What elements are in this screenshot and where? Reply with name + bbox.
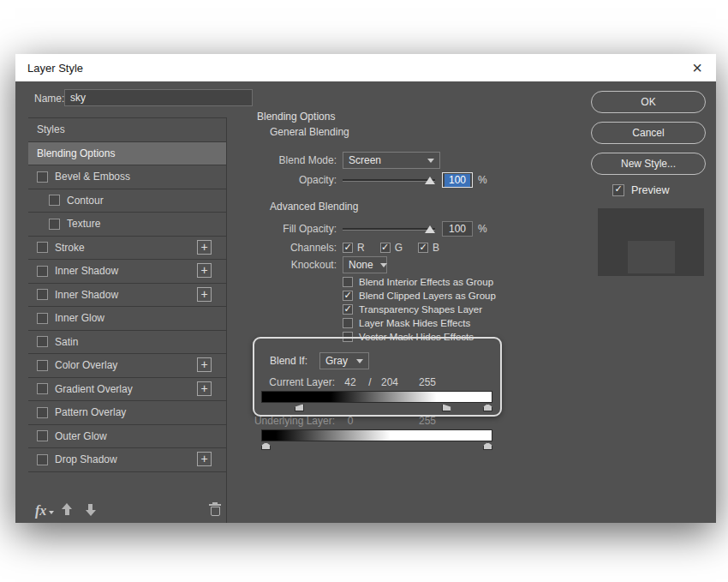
option-checkbox[interactable] — [343, 291, 353, 301]
current-layer-gradient-bar[interactable] — [261, 391, 492, 403]
blend-if-select[interactable]: Gray — [319, 352, 369, 369]
sidebar-item-contour[interactable]: Contour — [28, 189, 226, 213]
effect-checkbox[interactable] — [37, 454, 48, 465]
channel-checkbox[interactable] — [343, 243, 353, 253]
sidebar-item-inner-shadow[interactable]: Inner Shadow+ — [28, 260, 226, 284]
layer-name-input[interactable] — [64, 89, 253, 106]
add-effect-icon[interactable]: + — [197, 452, 212, 466]
effect-checkbox[interactable] — [49, 195, 60, 206]
current-layer-handles — [261, 403, 492, 412]
blend-if-handle[interactable] — [483, 442, 492, 450]
sidebar-item-inner-shadow[interactable]: Inner Shadow+ — [28, 284, 226, 308]
blend-mode-select[interactable]: Screen — [343, 152, 440, 169]
fill-opacity-label: Fill Opacity: — [257, 223, 337, 235]
add-effect-icon[interactable]: + — [197, 287, 212, 302]
sidebar-item-pattern-overlay[interactable]: Pattern Overlay — [28, 401, 226, 425]
channel-g[interactable]: G — [380, 242, 403, 254]
channels-group: RGB — [343, 242, 439, 254]
preview-toggle[interactable]: Preview — [612, 184, 669, 196]
blend-if-handle[interactable] — [261, 442, 271, 450]
add-effect-icon[interactable]: + — [197, 263, 212, 278]
effect-checkbox[interactable] — [49, 219, 60, 230]
knockout-select[interactable]: None — [343, 256, 387, 273]
channel-b[interactable]: B — [418, 242, 439, 254]
add-effect-icon[interactable]: + — [197, 381, 212, 396]
option-vector-mask-hides-effects[interactable]: Vector Mask Hides Effects — [343, 330, 582, 344]
dialog-titlebar[interactable]: Layer Style × — [15, 54, 716, 81]
close-icon[interactable]: × — [690, 59, 704, 76]
sidebar-item-inner-glow[interactable]: Inner Glow — [28, 307, 226, 331]
opacity-slider[interactable] — [343, 171, 435, 189]
option-label: Transparency Shapes Layer — [359, 304, 482, 315]
option-checkbox[interactable] — [343, 332, 353, 342]
add-effect-icon[interactable]: + — [197, 357, 212, 372]
effect-checkbox[interactable] — [37, 430, 48, 441]
add-effect-icon[interactable]: + — [197, 240, 212, 255]
sidebar-item-gradient-overlay[interactable]: Gradient Overlay+ — [28, 378, 226, 402]
opacity-value: 100 — [445, 174, 470, 187]
preview-checkbox[interactable] — [612, 184, 624, 196]
option-checkbox[interactable] — [343, 304, 353, 315]
effect-checkbox[interactable] — [37, 336, 48, 347]
slider-handle-icon[interactable] — [425, 225, 435, 233]
sidebar-item-drop-shadow[interactable]: Drop Shadow+ — [28, 448, 226, 472]
sidebar-item-outer-glow[interactable]: Outer Glow — [28, 425, 226, 449]
option-label: Blend Interior Effects as Group — [359, 277, 493, 287]
advanced-options: Blend Interior Effects as GroupBlend Cli… — [343, 275, 582, 344]
blend-if-handle[interactable] — [483, 404, 492, 411]
effect-checkbox[interactable] — [37, 171, 48, 183]
sidebar-item-color-overlay[interactable]: Color Overlay+ — [28, 354, 226, 378]
channel-r[interactable]: R — [343, 242, 365, 254]
sidebar-item-label: Contour — [67, 195, 104, 207]
channel-checkbox[interactable] — [380, 243, 391, 253]
option-blend-interior-effects-as-group[interactable]: Blend Interior Effects as Group — [343, 275, 582, 289]
arrow-down-icon — [85, 503, 97, 516]
effect-checkbox[interactable] — [37, 360, 48, 371]
option-layer-mask-hides-effects[interactable]: Layer Mask Hides Effects — [343, 316, 582, 330]
blend-mode-value: Screen — [349, 154, 381, 166]
sidebar-item-texture[interactable]: Texture — [28, 213, 226, 237]
effect-checkbox[interactable] — [37, 407, 48, 418]
fx-menu-button[interactable]: fx — [35, 503, 54, 519]
sidebar-item-styles[interactable]: Styles — [28, 118, 226, 142]
sidebar-item-satin[interactable]: Satin — [28, 331, 226, 355]
option-checkbox[interactable] — [343, 318, 353, 328]
delete-effect-button[interactable] — [209, 503, 221, 517]
sidebar-item-stroke[interactable]: Stroke+ — [28, 237, 226, 261]
fill-opacity-row: Fill Opacity: 100 % — [257, 220, 582, 237]
sidebar-item-label: Color Overlay — [55, 359, 117, 371]
underlying-layer-high-value: 255 — [412, 415, 443, 427]
blend-if-value: Gray — [325, 355, 348, 367]
option-transparency-shapes-layer[interactable]: Transparency Shapes Layer — [343, 303, 582, 316]
slider-handle-icon[interactable] — [425, 177, 435, 184]
effect-checkbox[interactable] — [37, 266, 48, 277]
effect-checkbox[interactable] — [37, 383, 48, 394]
option-checkbox[interactable] — [343, 277, 353, 287]
fill-opacity-slider[interactable] — [343, 220, 435, 237]
option-blend-clipped-layers-as-group[interactable]: Blend Clipped Layers as Group — [343, 289, 582, 303]
effect-checkbox[interactable] — [37, 242, 48, 253]
arrow-up-icon — [61, 503, 73, 516]
underlying-layer-gradient-bar[interactable] — [261, 429, 492, 441]
ok-button[interactable]: OK — [591, 91, 706, 113]
cancel-button[interactable]: Cancel — [591, 122, 706, 144]
sidebar-item-label: Gradient Overlay — [55, 383, 133, 395]
option-label: Blend Clipped Layers as Group — [359, 291, 496, 301]
sidebar-item-bevel-emboss[interactable]: Bevel & Emboss — [28, 165, 226, 189]
channel-checkbox[interactable] — [418, 243, 428, 253]
dialog-title: Layer Style — [27, 62, 83, 75]
blend-if-handle[interactable] — [442, 404, 451, 411]
effect-checkbox[interactable] — [37, 289, 48, 300]
fill-opacity-input[interactable]: 100 — [442, 221, 473, 237]
fx-caret-icon — [49, 511, 54, 514]
sidebar-item-blending-options[interactable]: Blending Options — [28, 142, 226, 166]
name-label: Name: — [34, 93, 64, 105]
new-style-button[interactable]: New Style... — [591, 153, 706, 175]
effect-checkbox[interactable] — [37, 313, 48, 324]
opacity-input[interactable]: 100 — [442, 172, 473, 188]
blend-if-handle[interactable] — [295, 404, 304, 411]
current-layer-low-value: 42 — [335, 376, 366, 388]
styles-list: StylesBlending OptionsBevel & EmbossCont… — [28, 117, 226, 472]
move-effect-up-button[interactable] — [61, 503, 73, 516]
move-effect-down-button[interactable] — [85, 503, 97, 516]
